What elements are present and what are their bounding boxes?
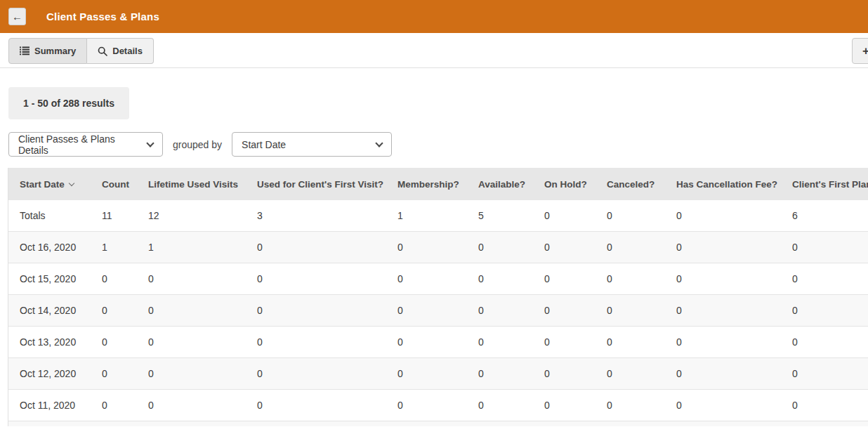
- table-cell: 0: [544, 390, 607, 421]
- table-row: Oct 11, 2020000000000: [8, 390, 868, 421]
- column-header-has-cancellation-fee[interactable]: Has Cancellation Fee?: [676, 168, 792, 200]
- results-count-text: 1 - 50 of 288 results: [23, 98, 114, 109]
- table-cell: 0: [148, 327, 257, 357]
- grouped-by-label: grouped by: [173, 139, 222, 150]
- table-cell: 0: [544, 232, 607, 263]
- column-header-label: Available?: [478, 179, 525, 190]
- table-cell: 0: [397, 327, 478, 357]
- table-cell: 0: [257, 358, 397, 389]
- table-cell: 0: [676, 232, 792, 263]
- row-label: Oct 15, 2020: [8, 263, 102, 294]
- results-table: Start DateCountLifetime Used VisitsUsed …: [8, 168, 868, 426]
- table-row: Oct 13, 2020000000000: [8, 327, 868, 358]
- table-cell: 0: [478, 358, 544, 389]
- table-cell: 0: [257, 263, 397, 294]
- row-label: Oct 13, 2020: [8, 327, 102, 357]
- table-cell: 0: [607, 358, 676, 389]
- tab-summary[interactable]: Summary: [8, 38, 87, 64]
- table-cell: 0: [397, 390, 478, 421]
- table-cell: 0: [397, 232, 478, 263]
- table-cell: 0: [257, 327, 397, 357]
- table-cell: 0: [478, 390, 544, 421]
- report-controls: Client Passes & Plans Details grouped by…: [8, 132, 868, 157]
- plus-icon: +: [862, 44, 868, 58]
- tab-summary-label: Summary: [34, 46, 76, 56]
- table-cell: 0: [607, 263, 676, 294]
- column-header-on-hold[interactable]: On Hold?: [544, 168, 607, 200]
- page-title: Client Passes & Plans: [46, 11, 159, 22]
- table-cell: 12: [148, 200, 257, 231]
- table-cell: 0: [792, 390, 868, 421]
- results-count-badge: 1 - 50 of 288 results: [8, 87, 129, 119]
- group-by-select[interactable]: Start Date: [232, 132, 392, 157]
- table-cell: 0: [102, 263, 148, 294]
- table-cell: 0: [397, 263, 478, 294]
- table-cell: 0: [102, 295, 148, 326]
- table-cell: 0: [792, 295, 868, 326]
- table-cell: 5: [478, 200, 544, 231]
- column-header-available[interactable]: Available?: [478, 168, 544, 200]
- chevron-down-icon: [146, 139, 154, 147]
- table-cell: 0: [676, 200, 792, 231]
- column-header-canceled[interactable]: Canceled?: [607, 168, 676, 200]
- table-cell: 0: [148, 263, 257, 294]
- table-cell: 0: [676, 390, 792, 421]
- column-header-client-s-first-plan[interactable]: Client's First Plan: [792, 168, 868, 200]
- table-cell: 0: [544, 327, 607, 357]
- client-passes-plans-report: ← Client Passes & Plans Summary: [0, 0, 868, 427]
- view-tab-group: Summary Details: [8, 38, 154, 64]
- table-cell: 0: [257, 295, 397, 326]
- table-cell: 0: [607, 327, 676, 357]
- table-cell: 0: [257, 390, 397, 421]
- table-cell: 0: [397, 295, 478, 326]
- table-cell: 0: [544, 200, 607, 231]
- row-label: Oct 12, 2020: [8, 358, 102, 389]
- add-button[interactable]: +: [852, 38, 868, 64]
- column-header-label: Start Date: [20, 179, 65, 190]
- table-cell: 0: [478, 263, 544, 294]
- table-cell: 0: [478, 232, 544, 263]
- column-header-count[interactable]: Count: [102, 168, 148, 200]
- back-button[interactable]: ←: [8, 8, 26, 25]
- table-cell: 0: [257, 232, 397, 263]
- report-type-select[interactable]: Client Passes & Plans Details: [8, 132, 163, 157]
- search-icon: [98, 46, 107, 56]
- table-cell: 0: [676, 327, 792, 357]
- table-row: Totals11123150006: [8, 200, 868, 232]
- row-label: Oct 14, 2020: [8, 295, 102, 326]
- column-header-membership[interactable]: Membership?: [397, 168, 478, 200]
- column-header-used-for-client-s-first-visit[interactable]: Used for Client's First Visit?: [257, 168, 397, 200]
- table-body: Totals11123150006Oct 16, 2020110000000Oc…: [8, 200, 868, 426]
- table-row: Oct 14, 2020000000000: [8, 295, 868, 327]
- column-header-label: Canceled?: [607, 179, 655, 190]
- table-header-row: Start DateCountLifetime Used VisitsUsed …: [8, 168, 868, 200]
- table-cell: 0: [102, 390, 148, 421]
- table-cell: 0: [102, 327, 148, 357]
- table-cell: 0: [478, 295, 544, 326]
- table-cell: 0: [544, 263, 607, 294]
- tab-details[interactable]: Details: [87, 38, 154, 64]
- column-header-start-date[interactable]: Start Date: [8, 168, 102, 200]
- table-cell: 11: [102, 200, 148, 231]
- row-label: Oct 16, 2020: [8, 232, 102, 263]
- arrow-left-icon: ←: [12, 11, 22, 22]
- table-cell: 0: [792, 327, 868, 357]
- toolbar: Summary Details +: [0, 33, 868, 68]
- table-cell: 1: [148, 232, 257, 263]
- app-header: ← Client Passes & Plans: [0, 0, 868, 33]
- table-cell: 0: [607, 390, 676, 421]
- list-icon: [20, 46, 29, 55]
- sort-chevron-down-icon: [69, 180, 74, 185]
- table-row: Oct 16, 2020110000000: [8, 232, 868, 263]
- column-header-label: Has Cancellation Fee?: [676, 179, 777, 190]
- table-cell: 0: [792, 358, 868, 389]
- table-cell: 0: [792, 232, 868, 263]
- row-label: Totals: [8, 200, 102, 231]
- column-header-lifetime-used-visits[interactable]: Lifetime Used Visits: [148, 168, 257, 200]
- tab-details-label: Details: [112, 46, 143, 56]
- table-cell: 0: [607, 295, 676, 326]
- table-cell: 0: [148, 358, 257, 389]
- column-header-label: On Hold?: [544, 179, 587, 190]
- table-cell: 0: [544, 295, 607, 326]
- table-row: Oct 12, 2020000000000: [8, 358, 868, 390]
